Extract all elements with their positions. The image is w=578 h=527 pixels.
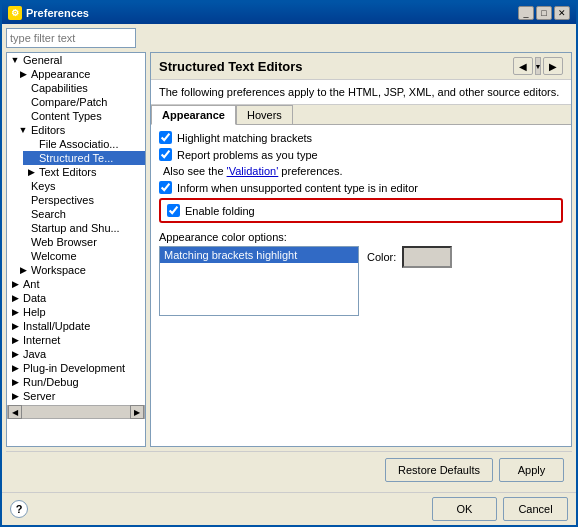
nav-dropdown[interactable]: ▼ [535,57,541,75]
expander-plugin-development: ▶ [9,362,21,374]
also-see-row: Also see the 'Validation' preferences. [163,165,563,177]
label-help: Help [23,306,46,318]
expander-structured-te [25,152,37,164]
tree-item-ant[interactable]: ▶ Ant [7,277,145,291]
filter-input[interactable] [6,28,136,48]
label-java: Java [23,348,46,360]
tree-item-keys[interactable]: Keys [15,179,145,193]
color-list[interactable]: Matching brackets highlight [159,246,359,316]
right-header: Structured Text Editors ◀ ▼ ▶ [151,53,571,80]
expander-compare-patch [17,96,29,108]
label-data: Data [23,292,46,304]
tree-item-startup[interactable]: Startup and Shu... [15,221,145,235]
label-general: General [23,54,62,66]
tree-item-compare-patch[interactable]: Compare/Patch [15,95,145,109]
tree-item-data[interactable]: ▶ Data [7,291,145,305]
scroll-track [22,406,130,418]
expander-internet: ▶ [9,334,21,346]
ok-button[interactable]: OK [432,497,497,521]
label-capabilities: Capabilities [31,82,88,94]
label-workspace: Workspace [31,264,86,276]
forward-button[interactable]: ▶ [543,57,563,75]
tree-panel: ▼ General ▶ Appearance Capabilities Comp… [6,52,146,447]
label-compare-patch: Compare/Patch [31,96,107,108]
report-problems-checkbox[interactable] [159,148,172,161]
tree-item-install-update[interactable]: ▶ Install/Update [7,319,145,333]
report-problems-row: Report problems as you type [159,148,563,161]
label-structured-te: Structured Te... [39,152,113,164]
label-plugin-development: Plug-in Development [23,362,125,374]
inform-unsupported-label: Inform when unsupported content type is … [177,182,418,194]
scroll-left-arrow[interactable]: ◀ [8,405,22,419]
label-file-associations: File Associatio... [39,138,118,150]
inform-unsupported-row: Inform when unsupported content type is … [159,181,563,194]
tree-item-file-associations[interactable]: File Associatio... [23,137,145,151]
tree-item-perspectives[interactable]: Perspectives [15,193,145,207]
window-title: Preferences [26,7,89,19]
tab-appearance[interactable]: Appearance [151,105,236,125]
color-options-label: Appearance color options: [159,231,563,243]
tree-item-search[interactable]: Search [15,207,145,221]
maximize-button[interactable]: □ [536,6,552,20]
cancel-button[interactable]: Cancel [503,497,568,521]
label-search: Search [31,208,66,220]
expander-text-editors: ▶ [25,166,37,178]
tree-item-appearance[interactable]: ▶ Appearance [15,67,145,81]
tree-item-run-debug[interactable]: ▶ Run/Debug [7,375,145,389]
expander-perspectives [17,194,29,206]
expander-run-debug: ▶ [9,376,21,388]
label-internet: Internet [23,334,60,346]
restore-defaults-button[interactable]: Restore Defaults [385,458,493,482]
label-run-debug: Run/Debug [23,376,79,388]
apply-button[interactable]: Apply [499,458,564,482]
highlight-brackets-label: Highlight matching brackets [177,132,312,144]
tree-item-workspace[interactable]: ▶ Workspace [15,263,145,277]
scroll-right-arrow[interactable]: ▶ [130,405,144,419]
title-bar: ⚙ Preferences _ □ ✕ [2,2,576,24]
expander-server: ▶ [9,390,21,402]
tree-item-internet[interactable]: ▶ Internet [7,333,145,347]
report-problems-label: Report problems as you type [177,149,318,161]
help-icon[interactable]: ? [10,500,28,518]
expander-general: ▼ [9,54,21,66]
expander-install-update: ▶ [9,320,21,332]
tab-content-appearance: Highlight matching brackets Report probl… [151,125,571,446]
tree-item-content-types[interactable]: Content Types [15,109,145,123]
tree-item-capabilities[interactable]: Capabilities [15,81,145,95]
preferences-window: ⚙ Preferences _ □ ✕ ▼ General ▶ [0,0,578,527]
tree-item-server[interactable]: ▶ Server [7,389,145,403]
tree-item-general[interactable]: ▼ General [7,53,145,67]
tree-item-plugin-development[interactable]: ▶ Plug-in Development [7,361,145,375]
enable-folding-checkbox[interactable] [167,204,180,217]
also-see-text: Also see the [163,165,227,177]
back-button[interactable]: ◀ [513,57,533,75]
label-content-types: Content Types [31,110,102,122]
tree-item-editors[interactable]: ▼ Editors [15,123,145,137]
right-panel: Structured Text Editors ◀ ▼ ▶ The follow… [150,52,572,447]
tree-item-text-editors[interactable]: ▶ Text Editors [23,165,145,179]
tree-scrollbar[interactable]: ◀ ▶ [7,405,145,419]
highlight-brackets-checkbox[interactable] [159,131,172,144]
expander-data: ▶ [9,292,21,304]
also-see-suffix: preferences. [278,165,342,177]
window-content: ▼ General ▶ Appearance Capabilities Comp… [2,24,576,492]
tree-item-structured-te[interactable]: Structured Te... [23,151,145,165]
expander-workspace: ▶ [17,264,29,276]
label-install-update: Install/Update [23,320,90,332]
expander-capabilities [17,82,29,94]
tree-item-web-browser[interactable]: Web Browser [15,235,145,249]
tabs-row: Appearance Hovers [151,105,571,125]
filter-row [6,28,572,48]
inform-unsupported-checkbox[interactable] [159,181,172,194]
color-list-item-matching-brackets[interactable]: Matching brackets highlight [160,247,358,263]
tab-hovers[interactable]: Hovers [236,105,293,125]
minimize-button[interactable]: _ [518,6,534,20]
tree-item-welcome[interactable]: Welcome [15,249,145,263]
color-button[interactable] [402,246,452,268]
tree-item-help[interactable]: ▶ Help [7,305,145,319]
label-keys: Keys [31,180,55,192]
validation-link[interactable]: 'Validation' [227,165,279,177]
title-buttons: _ □ ✕ [518,6,570,20]
tree-item-java[interactable]: ▶ Java [7,347,145,361]
close-button[interactable]: ✕ [554,6,570,20]
